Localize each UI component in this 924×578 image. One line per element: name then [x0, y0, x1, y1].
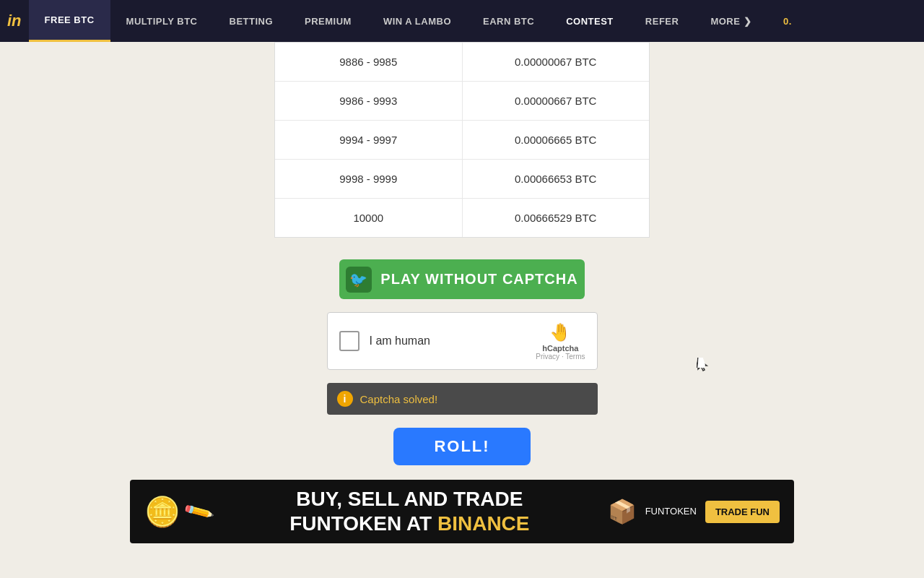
pencil-icon: ✏️ [182, 495, 216, 528]
captcha-label: I am human [370, 335, 430, 348]
captcha-left: I am human [339, 331, 430, 351]
table-range-2: 9986 - 9993 [275, 82, 463, 120]
table-btc-2: 0.00000667 BTC [463, 82, 650, 120]
captcha-solved-text: Captcha solved! [360, 393, 438, 405]
play-without-captcha-button[interactable]: 🐦 PLAY WITHOUT CAPTCHA [339, 259, 585, 299]
banner-decorations: 🪙 ✏️ [130, 495, 212, 529]
table-row: 9994 - 9997 0.00006665 BTC [275, 121, 649, 160]
captcha-links[interactable]: Privacy · Terms [536, 353, 585, 361]
table-row: 9886 - 9985 0.00000067 BTC [275, 43, 649, 82]
table-range-5: 10000 [275, 199, 463, 237]
nav-item-multiply-btc[interactable]: MULTIPLY BTC [110, 0, 214, 42]
nav-item-refer[interactable]: REFER [629, 0, 695, 42]
navbar: in FREE BTC MULTIPLY BTC BETTING PREMIUM… [0, 0, 924, 42]
captcha-logo: 🤚 hCaptcha Privacy · Terms [536, 322, 585, 361]
solved-icon: i [337, 391, 353, 407]
nav-item-free-btc[interactable]: FREE BTC [29, 0, 110, 42]
funtoken-icon: 📦 [608, 498, 637, 525]
main-content: 9886 - 9985 0.00000067 BTC 9986 - 9993 0… [0, 42, 924, 578]
site-logo[interactable]: in [7, 12, 22, 30]
captcha-brand: hCaptcha [542, 344, 578, 353]
nav-item-premium[interactable]: PREMIUM [289, 0, 367, 42]
table-row: 10000 0.00666529 BTC [275, 199, 649, 237]
table-range-1: 9886 - 9985 [275, 43, 463, 81]
nav-item-contest[interactable]: CONTEST [550, 0, 629, 42]
captcha-solved-banner: i Captcha solved! [327, 383, 598, 415]
table-row: 9998 - 9999 0.00066653 BTC [275, 160, 649, 199]
nav-item-more[interactable]: MORE ❯ [694, 0, 767, 42]
banner-right: 📦 FUNTOKEN TRADE FUN [608, 498, 794, 525]
captcha-checkbox[interactable] [339, 331, 359, 351]
table-range-3: 9994 - 9997 [275, 121, 463, 159]
play-without-captcha-label: PLAY WITHOUT CAPTCHA [380, 271, 578, 288]
roll-button[interactable]: ROLL! [393, 428, 531, 465]
nav-balance[interactable]: 0. [767, 0, 803, 42]
banner-text: BUY, SELL AND TRADE FUNTOKEN AT BINANCE [212, 487, 608, 535]
table-btc-4: 0.00066653 BTC [463, 160, 650, 198]
promo-banner[interactable]: 🪙 ✏️ BUY, SELL AND TRADE FUNTOKEN AT BIN… [130, 480, 794, 543]
table-btc-1: 0.00000067 BTC [463, 43, 650, 81]
captcha-widget[interactable]: I am human 🤚 hCaptcha Privacy · Terms [327, 312, 598, 370]
nav-item-earn-btc[interactable]: EARN BTC [467, 0, 550, 42]
table-range-4: 9998 - 9999 [275, 160, 463, 198]
controls-section: 🐦 PLAY WITHOUT CAPTCHA I am human 🤚 hCap… [325, 259, 599, 465]
banner-line1: BUY, SELL AND TRADE [212, 487, 608, 512]
table-row: 9986 - 9993 0.00000667 BTC [275, 82, 649, 121]
prize-table: 9886 - 9985 0.00000067 BTC 9986 - 9993 0… [274, 42, 650, 238]
trade-fun-button[interactable]: TRADE FUN [705, 501, 780, 523]
table-btc-5: 0.00666529 BTC [463, 199, 650, 237]
nav-item-win-a-lambo[interactable]: WIN A LAMBO [367, 0, 467, 42]
table-btc-3: 0.00006665 BTC [463, 121, 650, 159]
nav-item-betting[interactable]: BETTING [214, 0, 289, 42]
bird-icon: 🐦 [346, 267, 372, 293]
hcaptcha-icon: 🤚 [549, 322, 571, 342]
coins-icon: 🪙 [144, 495, 180, 529]
banner-line2: FUNTOKEN AT BINANCE [212, 512, 608, 536]
nav-items: FREE BTC MULTIPLY BTC BETTING PREMIUM WI… [29, 0, 803, 42]
funtoken-brand: FUNTOKEN [645, 506, 697, 517]
